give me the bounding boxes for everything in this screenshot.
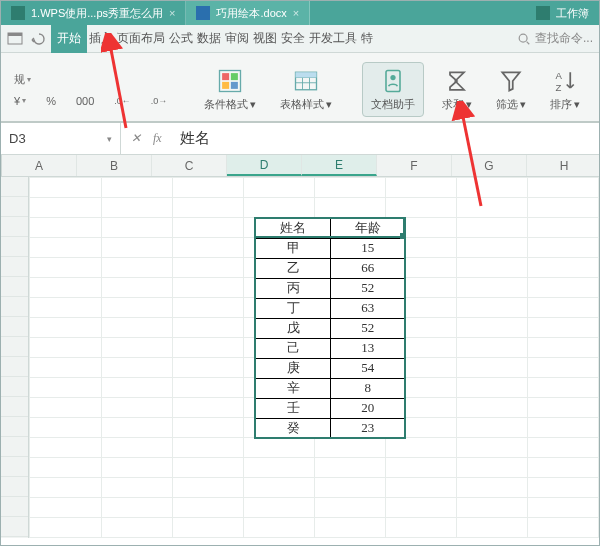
table-row[interactable]: 己13	[255, 338, 405, 358]
cells-area[interactable]: 姓名年龄甲15乙66丙52丁63戊52己13庚54辛8壬20癸23	[29, 177, 599, 538]
data-cell[interactable]: 13	[330, 338, 405, 358]
comma-style-button[interactable]: 000	[69, 92, 101, 110]
data-table[interactable]: 姓名年龄甲15乙66丙52丁63戊52己13庚54辛8壬20癸23	[254, 217, 406, 439]
column-header-F[interactable]: F	[377, 155, 452, 176]
column-header-D[interactable]: D	[227, 155, 302, 176]
fx-label[interactable]: fx	[153, 131, 162, 146]
data-cell[interactable]: 壬	[255, 398, 330, 418]
table-row[interactable]: 丙52	[255, 278, 405, 298]
table-row[interactable]: 甲15	[255, 238, 405, 258]
column-headers: ABCDEFGH	[1, 155, 599, 177]
formula-input-value: 姓名	[180, 130, 210, 146]
svg-point-16	[391, 74, 396, 79]
close-icon[interactable]: ×	[293, 7, 299, 19]
table-row[interactable]: 辛8	[255, 378, 405, 398]
name-box-value: D3	[9, 131, 26, 146]
data-cell[interactable]: 20	[330, 398, 405, 418]
name-box[interactable]: D3 ▾	[1, 123, 121, 155]
table-row[interactable]: 壬20	[255, 398, 405, 418]
column-header-A[interactable]: A	[2, 155, 77, 176]
decrease-decimal-button[interactable]: .0→	[144, 93, 175, 109]
number-style-dropdown[interactable]: 规▾	[7, 69, 38, 90]
table-row[interactable]: 乙66	[255, 258, 405, 278]
window-icon[interactable]	[7, 31, 23, 47]
data-cell[interactable]: 54	[330, 358, 405, 378]
data-cell[interactable]: 庚	[255, 358, 330, 378]
formula-input[interactable]: 姓名	[172, 129, 599, 148]
svg-text:Z: Z	[556, 81, 562, 92]
svg-rect-14	[296, 72, 317, 77]
menu-items: 开始插入页面布局公式数据审阅视图安全开发工具特	[51, 25, 375, 53]
data-cell[interactable]: 丁	[255, 298, 330, 318]
table-style-button[interactable]: 表格样式▾	[274, 65, 338, 114]
data-cell[interactable]: 甲	[255, 238, 330, 258]
number-format-group: 规▾ ¥▾ % 000 .0← .0→	[7, 69, 174, 110]
menu-item-6[interactable]: 视图	[251, 25, 279, 53]
row-headers	[1, 177, 29, 538]
ribbon: 规▾ ¥▾ % 000 .0← .0→ 条件格式▾ 表格样式▾ 文档助手 求和▾…	[1, 53, 599, 123]
data-cell[interactable]: 辛	[255, 378, 330, 398]
data-cell[interactable]: 63	[330, 298, 405, 318]
command-search[interactable]: 查找命令...	[517, 30, 593, 47]
filter-button[interactable]: 筛选▾	[490, 65, 532, 114]
menu-item-0[interactable]: 开始	[51, 25, 87, 53]
column-header-G[interactable]: G	[452, 155, 527, 176]
conditional-format-icon	[216, 67, 244, 95]
data-cell[interactable]: 乙	[255, 258, 330, 278]
menu-item-9[interactable]: 特	[359, 25, 375, 53]
data-header-0[interactable]: 姓名	[255, 218, 330, 238]
table-row[interactable]: 戊52	[255, 318, 405, 338]
column-header-C[interactable]: C	[152, 155, 227, 176]
column-header-H[interactable]: H	[527, 155, 600, 176]
autosum-button[interactable]: 求和▾	[436, 65, 478, 114]
data-cell[interactable]: 8	[330, 378, 405, 398]
column-header-E[interactable]: E	[302, 155, 377, 176]
svg-rect-7	[222, 81, 229, 88]
svg-rect-5	[222, 73, 229, 80]
svg-rect-15	[386, 70, 400, 91]
data-cell[interactable]: 66	[330, 258, 405, 278]
close-icon[interactable]: ×	[169, 7, 175, 19]
data-cell[interactable]: 15	[330, 238, 405, 258]
command-search-placeholder: 查找命令...	[535, 30, 593, 47]
increase-decimal-button[interactable]: .0←	[107, 93, 138, 109]
table-row[interactable]: 丁63	[255, 298, 405, 318]
column-header-B[interactable]: B	[77, 155, 152, 176]
menu-item-4[interactable]: 数据	[195, 25, 223, 53]
data-cell[interactable]: 52	[330, 318, 405, 338]
menu-item-8[interactable]: 开发工具	[307, 25, 359, 53]
data-cell[interactable]: 癸	[255, 418, 330, 438]
table-row[interactable]: 庚54	[255, 358, 405, 378]
currency-button[interactable]: ¥▾	[7, 92, 33, 110]
doc-tab-left[interactable]: 1.WPS使用...ps秀重怎么用 ×	[1, 1, 186, 25]
fx-cancel-icon[interactable]: ✕	[131, 131, 141, 146]
data-cell[interactable]: 戊	[255, 318, 330, 338]
menu-bar: 开始插入页面布局公式数据审阅视图安全开发工具特 查找命令...	[1, 25, 599, 53]
formula-bar: D3 ▾ ✕ fx 姓名	[1, 123, 599, 155]
svg-rect-6	[231, 73, 238, 80]
percent-button[interactable]: %	[39, 92, 63, 110]
menu-item-2[interactable]: 页面布局	[115, 25, 167, 53]
doc-tab-right[interactable]: 巧用绘本.docx ×	[186, 1, 310, 25]
spreadsheet-grid[interactable]: ABCDEFGH 姓名年龄甲15乙66丙52丁63戊52己13庚54辛8壬20癸…	[1, 155, 599, 538]
menu-item-1[interactable]: 插入	[87, 25, 115, 53]
menu-item-7[interactable]: 安全	[279, 25, 307, 53]
document-helper-button[interactable]: 文档助手	[362, 62, 424, 117]
sort-button[interactable]: AZ 排序▾	[544, 65, 586, 114]
data-cell[interactable]: 23	[330, 418, 405, 438]
data-cell[interactable]: 己	[255, 338, 330, 358]
table-row[interactable]: 癸23	[255, 418, 405, 438]
data-cell[interactable]: 丙	[255, 278, 330, 298]
sigma-icon	[443, 67, 471, 95]
data-cell[interactable]: 52	[330, 278, 405, 298]
svg-rect-8	[231, 81, 238, 88]
document-helper-icon	[379, 67, 407, 95]
workspace-icon[interactable]: 工作簿	[526, 1, 599, 25]
data-header-1[interactable]: 年龄	[330, 218, 405, 238]
wps-spreadsheet-icon	[11, 6, 25, 20]
menu-item-5[interactable]: 审阅	[223, 25, 251, 53]
conditional-format-button[interactable]: 条件格式▾	[198, 65, 262, 114]
menu-item-3[interactable]: 公式	[167, 25, 195, 53]
svg-text:A: A	[556, 70, 563, 81]
undo-icon[interactable]	[29, 31, 45, 47]
